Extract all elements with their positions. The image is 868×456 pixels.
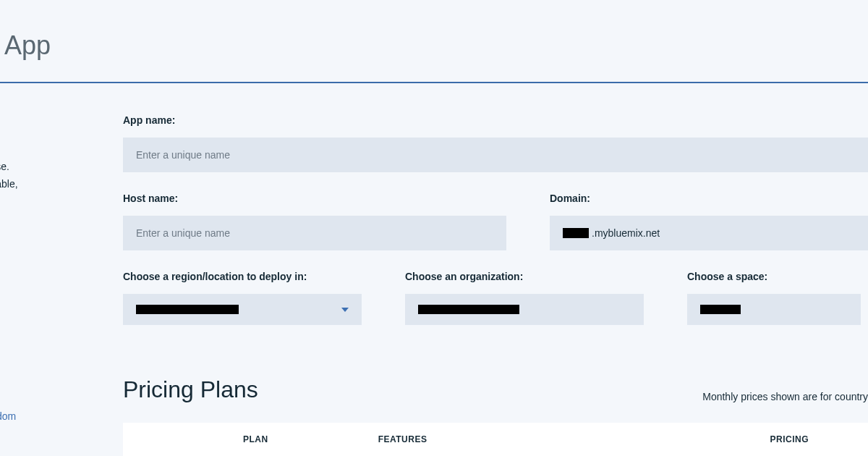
domain-select[interactable]: .mybluemix.net [550, 216, 868, 250]
domain-label: Domain: [550, 193, 868, 204]
form-area: App name: Host name: Domain: .mybluemix.… [123, 114, 868, 325]
org-select[interactable] [405, 294, 644, 325]
region-label: Choose a region/location to deploy in: [123, 271, 362, 282]
desc-line-3: e [0, 193, 65, 210]
space-select[interactable] [687, 294, 861, 325]
pricing-heading: Pricing Plans [123, 376, 258, 403]
pricing-table-header: PLAN FEATURES PRICING [123, 423, 868, 456]
left-description: ith ease. mposable, e [0, 158, 65, 210]
org-label: Choose an organization: [405, 271, 644, 282]
space-label: Choose a space: [687, 271, 861, 282]
app-name-label: App name: [123, 114, 868, 126]
desc-line-2: mposable, [0, 175, 65, 193]
region-value-redacted [136, 305, 239, 314]
domain-redacted-prefix [563, 228, 589, 238]
col-features: FEATURES [378, 434, 427, 444]
header-divider [0, 82, 868, 83]
desc-line-1: ith ease. [0, 158, 65, 175]
app-name-input[interactable] [123, 138, 868, 172]
col-plan: PLAN [243, 434, 268, 444]
space-value-redacted [700, 305, 741, 314]
domain-suffix: .mybluemix.net [592, 227, 660, 239]
region-select[interactable] [123, 294, 362, 325]
host-name-label: Host name: [123, 193, 506, 204]
org-value-redacted [418, 305, 519, 314]
page-title: lry App [0, 30, 51, 61]
chevron-down-icon [341, 308, 349, 312]
pricing-note: Monthly prices shown are for country [702, 391, 868, 402]
col-pricing: PRICING [770, 434, 809, 444]
host-name-input[interactable] [123, 216, 506, 250]
region-link[interactable]: l Kingdom [0, 410, 16, 422]
